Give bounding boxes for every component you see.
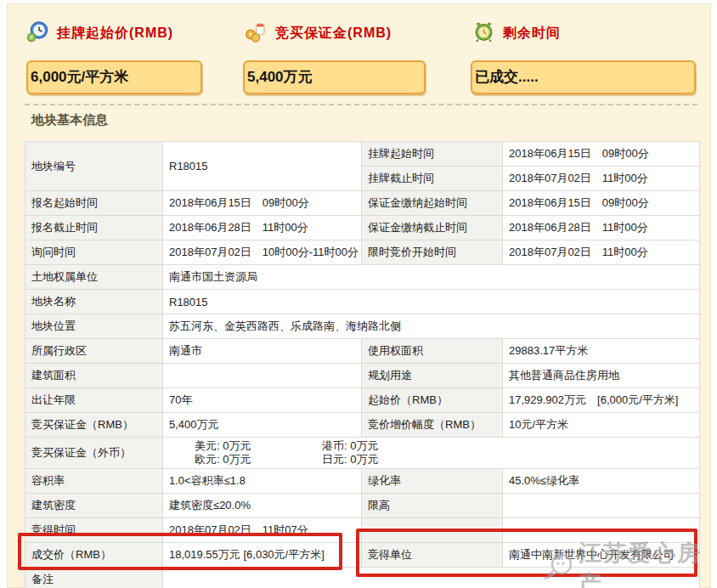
- signup-start-value: 2018年06月15日 09时00分: [163, 191, 362, 216]
- plot-ratio-value: 1.0<容积率≤1.8: [163, 469, 362, 494]
- planned-use-label: 规划用途: [362, 364, 503, 388]
- summary-item-time-left: 剩余时间: [472, 20, 561, 47]
- empty-label-cell: [362, 518, 503, 543]
- use-area-value: 29883.17平方米: [503, 339, 700, 364]
- district-label: 所属行政区: [25, 339, 163, 364]
- deposit-foreign-label: 竞买保证金（外币）: [25, 438, 163, 469]
- remark-value: [163, 568, 700, 588]
- dashed-divider: [25, 104, 697, 105]
- table-row: 地块名称 R18015: [25, 290, 700, 314]
- table-row: 建筑密度 建筑密度≤20.0% 限高: [25, 494, 700, 518]
- price-clock-icon: [26, 20, 49, 47]
- deal-price-label: 成交价（RMB）: [25, 543, 163, 568]
- table-row: 出让年限 70年 起始价（RMB） 17,929.902万元 [6,000元/平…: [25, 388, 700, 413]
- inquiry-time-value: 2018年07月02日 10时00分-11时00分: [163, 240, 362, 265]
- deposit-coins-icon: [245, 20, 268, 47]
- building-area-label: 建筑面积: [25, 364, 163, 388]
- signup-start-label: 报名起始时间: [25, 191, 163, 216]
- green-rate-value: 45.0%≤绿化率: [503, 469, 700, 494]
- bid-increment-value: 10元/平方米: [503, 413, 700, 438]
- win-time-value: 2018年07月02日 11时07分: [163, 518, 362, 543]
- start-price-row-value: 17,929.902万元 [6,000元/平方米]: [503, 388, 700, 413]
- deposit-value-box: 5,400万元: [243, 60, 426, 94]
- deposit-pay-start-value: 2018年06月15日 09时00分: [503, 191, 700, 216]
- grant-years-label: 出让年限: [25, 388, 163, 413]
- deposit-jpy: 日元: 0万元: [322, 453, 458, 466]
- deposit-usd: 美元: 0万元: [195, 439, 322, 453]
- listing-start-value: 2018年06月15日 09时00分: [503, 142, 700, 167]
- table-row: 土地权属单位 南通市国土资源局: [25, 265, 700, 290]
- deposit-pay-end-value: 2018年06月28日 11时00分: [503, 216, 700, 240]
- timed-bid-start-label: 限时竞价开始时间: [362, 240, 503, 265]
- winner-label: 竞得单位: [362, 543, 503, 568]
- winner-value: 南通中南新世界中心开发有限公司: [503, 543, 700, 568]
- height-limit-label: 限高: [362, 494, 503, 518]
- deposit-rmb-label: 竞买保证金（RMB）: [25, 413, 163, 438]
- win-time-label: 竞得时间: [25, 518, 163, 543]
- deposit-hkd: 港币: 0万元: [322, 439, 458, 453]
- listing-end-value: 2018年07月02日 11时00分: [503, 167, 700, 191]
- table-row: 地块编号 R18015 挂牌起始时间 2018年06月15日 09时00分: [25, 142, 700, 167]
- table-row: 备注: [25, 568, 700, 588]
- signup-end-value: 2018年06月28日 11时00分: [163, 216, 362, 240]
- deposit-eur: 欧元: 0万元: [195, 453, 322, 466]
- parcel-location-label: 地块位置: [25, 314, 163, 339]
- table-row: 报名起始时间 2018年06月15日 09时00分 保证金缴纳起始时间 2018…: [25, 191, 700, 216]
- signup-end-label: 报名截止时间: [25, 216, 163, 240]
- parcel-id-label: 地块编号: [25, 142, 163, 191]
- bid-increment-label: 竞价增价幅度（RMB）: [362, 413, 503, 438]
- table-row: 竞买保证金（外币） 美元: 0万元 欧元: 0万元 港币: 0万元 日元: 0万…: [25, 438, 700, 469]
- land-authority-label: 土地权属单位: [25, 265, 163, 290]
- table-row: 成交价（RMB） 18,019.55万元 [6,030元/平方米] 竞得单位 南…: [25, 543, 700, 568]
- table-row: 地块位置 苏五河东、金英西路西、乐成路南、海纳路北侧: [25, 314, 700, 339]
- alarm-clock-icon: [472, 20, 495, 47]
- start-price-label: 挂牌起始价(RMB): [57, 25, 173, 42]
- deposit-foreign-value: 美元: 0万元 欧元: 0万元 港币: 0万元 日元: 0万元: [163, 438, 700, 469]
- timed-bid-start-value: 2018年07月02日 11时00分: [503, 240, 700, 265]
- deposit-label: 竞买保证金(RMB): [275, 25, 392, 42]
- deposit-pay-end-label: 保证金缴纳截止时间: [362, 216, 503, 240]
- time-left-label: 剩余时间: [503, 25, 561, 42]
- grant-years-value: 70年: [163, 388, 362, 413]
- table-row: 容积率 1.0<容积率≤1.8 绿化率 45.0%≤绿化率: [25, 469, 700, 494]
- remark-label: 备注: [25, 568, 163, 588]
- density-value: 建筑密度≤20.0%: [163, 494, 362, 518]
- table-row: 竞买保证金（RMB） 5,400万元 竞价增价幅度（RMB） 10元/平方米: [25, 413, 700, 438]
- deposit-pay-start-label: 保证金缴纳起始时间: [362, 191, 503, 216]
- inquiry-time-label: 询问时间: [25, 240, 163, 265]
- planned-use-value: 其他普通商品住房用地: [503, 364, 700, 388]
- start-price-value-box: 6,000元/平方米: [26, 60, 202, 94]
- time-left-value-box: 已成交.....: [471, 60, 696, 94]
- table-row: 竞得时间 2018年07月02日 11时07分: [25, 518, 700, 543]
- deposit-rmb-value: 5,400万元: [163, 413, 362, 438]
- start-price-row-label: 起始价（RMB）: [362, 388, 503, 413]
- green-rate-label: 绿化率: [362, 469, 503, 494]
- height-limit-value: [503, 494, 700, 518]
- listing-end-label: 挂牌截止时间: [362, 167, 503, 191]
- table-row: 所属行政区 南通市 使用权面积 29883.17平方米: [25, 339, 700, 364]
- building-area-value: [163, 364, 362, 388]
- deal-price-value: 18,019.55万元 [6,030元/平方米]: [163, 543, 362, 568]
- use-area-label: 使用权面积: [362, 339, 503, 364]
- district-value: 南通市: [163, 339, 362, 364]
- density-label: 建筑密度: [25, 494, 163, 518]
- parcel-id-value: R18015: [163, 142, 362, 191]
- parcel-name-value: R18015: [163, 290, 700, 314]
- parcel-info-table: 地块编号 R18015 挂牌起始时间 2018年06月15日 09时00分 挂牌…: [25, 141, 700, 588]
- table-row: 询问时间 2018年07月02日 10时00分-11时00分 限时竞价开始时间 …: [25, 240, 700, 265]
- section-title: 地块基本信息: [31, 112, 108, 128]
- parcel-location-value: 苏五河东、金英西路西、乐成路南、海纳路北侧: [163, 314, 700, 339]
- table-row: 报名截止时间 2018年06月28日 11时00分 保证金缴纳截止时间 2018…: [25, 216, 700, 240]
- summary-item-deposit: 竞买保证金(RMB): [245, 20, 392, 47]
- table-row: 建筑面积 规划用途 其他普通商品住房用地: [25, 364, 700, 388]
- empty-value-cell: [503, 518, 700, 543]
- page-panel: 挂牌起始价(RMB) 竞买保证金(RMB) 剩余时间: [7, 3, 711, 588]
- land-authority-value: 南通市国土资源局: [163, 265, 700, 290]
- summary-item-start-price: 挂牌起始价(RMB): [26, 20, 173, 47]
- parcel-name-label: 地块名称: [25, 290, 163, 314]
- listing-start-label: 挂牌起始时间: [362, 142, 503, 167]
- plot-ratio-label: 容积率: [25, 469, 163, 494]
